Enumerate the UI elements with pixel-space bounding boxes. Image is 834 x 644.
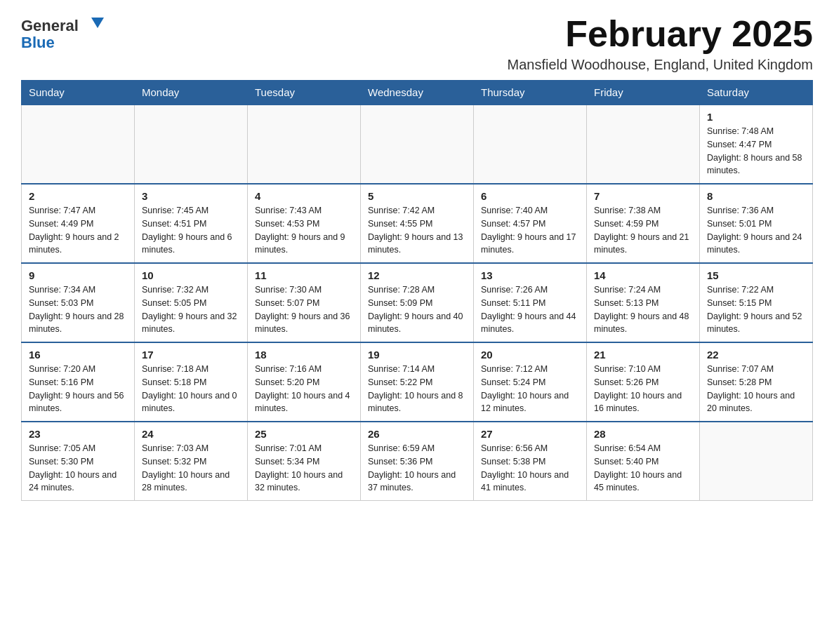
calendar-cell: 17Sunrise: 7:18 AMSunset: 5:18 PMDayligh… (135, 342, 248, 422)
svg-text:General: General (21, 17, 79, 34)
day-number: 18 (255, 349, 353, 361)
day-info: Sunrise: 7:42 AMSunset: 4:55 PMDaylight:… (368, 204, 466, 257)
day-info: Sunrise: 7:36 AMSunset: 5:01 PMDaylight:… (707, 204, 805, 257)
day-info: Sunrise: 7:38 AMSunset: 4:59 PMDaylight:… (594, 204, 692, 257)
calendar-cell: 3Sunrise: 7:45 AMSunset: 4:51 PMDaylight… (135, 184, 248, 263)
day-number: 3 (142, 190, 240, 202)
calendar-cell: 7Sunrise: 7:38 AMSunset: 4:59 PMDaylight… (587, 184, 700, 263)
calendar-cell: 19Sunrise: 7:14 AMSunset: 5:22 PMDayligh… (361, 342, 474, 422)
calendar-cell: 15Sunrise: 7:22 AMSunset: 5:15 PMDayligh… (700, 263, 813, 342)
calendar-cell: 1Sunrise: 7:48 AMSunset: 4:47 PMDaylight… (700, 105, 813, 184)
day-number: 17 (142, 349, 240, 361)
day-number: 23 (29, 428, 127, 440)
calendar-cell: 27Sunrise: 6:56 AMSunset: 5:38 PMDayligh… (474, 422, 587, 501)
day-number: 24 (142, 428, 240, 440)
day-info: Sunrise: 7:16 AMSunset: 5:20 PMDaylight:… (255, 363, 353, 415)
title-block: February 2025 Mansfield Woodhouse, Engla… (508, 14, 813, 73)
day-info: Sunrise: 7:22 AMSunset: 5:15 PMDaylight:… (707, 283, 805, 336)
calendar-cell (700, 422, 813, 501)
calendar-cell: 24Sunrise: 7:03 AMSunset: 5:32 PMDayligh… (135, 422, 248, 501)
day-info: Sunrise: 7:30 AMSunset: 5:07 PMDaylight:… (255, 283, 353, 336)
calendar-week-2: 2Sunrise: 7:47 AMSunset: 4:49 PMDaylight… (22, 184, 813, 263)
day-info: Sunrise: 7:40 AMSunset: 4:57 PMDaylight:… (481, 204, 579, 257)
day-info: Sunrise: 7:43 AMSunset: 4:53 PMDaylight:… (255, 204, 353, 257)
day-number: 12 (368, 269, 466, 281)
day-number: 8 (707, 190, 805, 202)
day-number: 21 (594, 349, 692, 361)
calendar-cell: 4Sunrise: 7:43 AMSunset: 4:53 PMDaylight… (248, 184, 361, 263)
page-header: General Blue February 2025 Mansfield Woo… (21, 14, 813, 73)
day-number: 6 (481, 190, 579, 202)
day-number: 27 (481, 428, 579, 440)
day-number: 9 (29, 269, 127, 281)
calendar-week-4: 16Sunrise: 7:20 AMSunset: 5:16 PMDayligh… (22, 342, 813, 422)
calendar-cell: 8Sunrise: 7:36 AMSunset: 5:01 PMDaylight… (700, 184, 813, 263)
calendar-cell: 14Sunrise: 7:24 AMSunset: 5:13 PMDayligh… (587, 263, 700, 342)
day-info: Sunrise: 6:59 AMSunset: 5:36 PMDaylight:… (368, 442, 466, 495)
calendar-week-3: 9Sunrise: 7:34 AMSunset: 5:03 PMDaylight… (22, 263, 813, 342)
day-number: 22 (707, 349, 805, 361)
header-monday: Monday (135, 81, 248, 105)
header-wednesday: Wednesday (361, 81, 474, 105)
calendar-cell: 6Sunrise: 7:40 AMSunset: 4:57 PMDaylight… (474, 184, 587, 263)
calendar-cell: 2Sunrise: 7:47 AMSunset: 4:49 PMDaylight… (22, 184, 135, 263)
day-info: Sunrise: 7:26 AMSunset: 5:11 PMDaylight:… (481, 283, 579, 336)
calendar-cell (587, 105, 700, 184)
header-sunday: Sunday (22, 81, 135, 105)
calendar-cell: 28Sunrise: 6:54 AMSunset: 5:40 PMDayligh… (587, 422, 700, 501)
calendar-cell: 9Sunrise: 7:34 AMSunset: 5:03 PMDaylight… (22, 263, 135, 342)
day-number: 25 (255, 428, 353, 440)
day-info: Sunrise: 7:18 AMSunset: 5:18 PMDaylight:… (142, 363, 240, 415)
day-info: Sunrise: 7:45 AMSunset: 4:51 PMDaylight:… (142, 204, 240, 257)
calendar-week-5: 23Sunrise: 7:05 AMSunset: 5:30 PMDayligh… (22, 422, 813, 501)
day-number: 16 (29, 349, 127, 361)
calendar-cell (135, 105, 248, 184)
day-info: Sunrise: 7:12 AMSunset: 5:24 PMDaylight:… (481, 363, 579, 415)
calendar-cell: 18Sunrise: 7:16 AMSunset: 5:20 PMDayligh… (248, 342, 361, 422)
day-number: 13 (481, 269, 579, 281)
header-thursday: Thursday (474, 81, 587, 105)
day-info: Sunrise: 7:34 AMSunset: 5:03 PMDaylight:… (29, 283, 127, 336)
calendar-cell (361, 105, 474, 184)
calendar-cell: 5Sunrise: 7:42 AMSunset: 4:55 PMDaylight… (361, 184, 474, 263)
day-info: Sunrise: 6:56 AMSunset: 5:38 PMDaylight:… (481, 442, 579, 495)
day-info: Sunrise: 7:24 AMSunset: 5:13 PMDaylight:… (594, 283, 692, 336)
day-number: 26 (368, 428, 466, 440)
day-number: 1 (707, 111, 805, 123)
day-info: Sunrise: 7:48 AMSunset: 4:47 PMDaylight:… (707, 125, 805, 177)
day-info: Sunrise: 7:32 AMSunset: 5:05 PMDaylight:… (142, 283, 240, 336)
day-info: Sunrise: 7:01 AMSunset: 5:34 PMDaylight:… (255, 442, 353, 495)
day-number: 20 (481, 349, 579, 361)
calendar-cell: 22Sunrise: 7:07 AMSunset: 5:28 PMDayligh… (700, 342, 813, 422)
calendar-cell: 12Sunrise: 7:28 AMSunset: 5:09 PMDayligh… (361, 263, 474, 342)
day-info: Sunrise: 7:10 AMSunset: 5:26 PMDaylight:… (594, 363, 692, 415)
header-tuesday: Tuesday (248, 81, 361, 105)
day-number: 10 (142, 269, 240, 281)
calendar-cell: 16Sunrise: 7:20 AMSunset: 5:16 PMDayligh… (22, 342, 135, 422)
day-info: Sunrise: 7:05 AMSunset: 5:30 PMDaylight:… (29, 442, 127, 495)
location: Mansfield Woodhouse, England, United Kin… (508, 57, 813, 73)
day-number: 14 (594, 269, 692, 281)
calendar-cell: 25Sunrise: 7:01 AMSunset: 5:34 PMDayligh… (248, 422, 361, 501)
month-title: February 2025 (508, 14, 813, 54)
calendar-table: Sunday Monday Tuesday Wednesday Thursday… (21, 80, 813, 501)
header-saturday: Saturday (700, 81, 813, 105)
calendar-cell: 21Sunrise: 7:10 AMSunset: 5:26 PMDayligh… (587, 342, 700, 422)
day-number: 15 (707, 269, 805, 281)
day-number: 11 (255, 269, 353, 281)
calendar-cell (474, 105, 587, 184)
calendar-week-1: 1Sunrise: 7:48 AMSunset: 4:47 PMDaylight… (22, 105, 813, 184)
calendar-cell: 10Sunrise: 7:32 AMSunset: 5:05 PMDayligh… (135, 263, 248, 342)
day-number: 2 (29, 190, 127, 202)
day-info: Sunrise: 7:07 AMSunset: 5:28 PMDaylight:… (707, 363, 805, 415)
calendar-cell: 11Sunrise: 7:30 AMSunset: 5:07 PMDayligh… (248, 263, 361, 342)
day-number: 4 (255, 190, 353, 202)
calendar-cell: 26Sunrise: 6:59 AMSunset: 5:36 PMDayligh… (361, 422, 474, 501)
day-info: Sunrise: 7:28 AMSunset: 5:09 PMDaylight:… (368, 283, 466, 336)
day-number: 7 (594, 190, 692, 202)
day-info: Sunrise: 7:47 AMSunset: 4:49 PMDaylight:… (29, 204, 127, 257)
weekday-header-row: Sunday Monday Tuesday Wednesday Thursday… (22, 81, 813, 105)
svg-marker-2 (91, 18, 104, 28)
calendar-cell: 13Sunrise: 7:26 AMSunset: 5:11 PMDayligh… (474, 263, 587, 342)
day-number: 28 (594, 428, 692, 440)
